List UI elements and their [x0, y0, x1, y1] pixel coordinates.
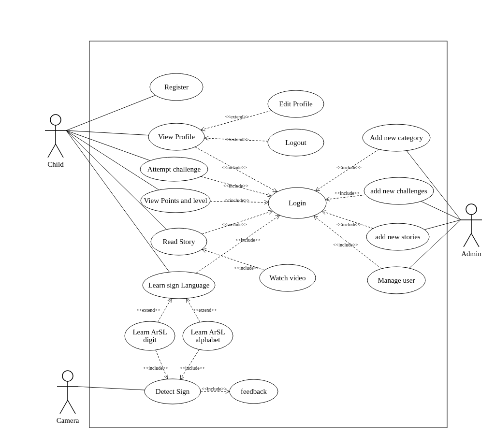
usecase-label-view_points: View Points and level [144, 197, 207, 204]
dependency-label-learn_digit-detect_sign: <<include>> [143, 365, 168, 371]
dependency-label-edit_profile-view_profile: <<extend>> [225, 114, 249, 119]
dependency-label-learn_alpha-detect_sign: <<include>> [180, 365, 205, 371]
usecase-label-watch_video: Watch video [269, 274, 306, 282]
usecase-label-add_chal: add new challenges [370, 187, 427, 195]
usecase-attempt: Attempt challenge [140, 157, 208, 181]
usecase-login: Login [268, 188, 326, 218]
association-child-register [66, 95, 156, 130]
usecase-label-attempt: Attempt challenge [147, 165, 201, 173]
usecase-label-detect_sign: Detect Sign [156, 388, 190, 395]
association-child-read_story [66, 130, 167, 230]
usecase-watch_video: Watch video [260, 264, 316, 291]
dependency-label-attempt-login: <<include>> [223, 183, 248, 188]
usecase-label-add_stories: add new stories [375, 233, 420, 241]
usecase-label-manage_user: Manage user [378, 276, 415, 284]
actor-child: Child [45, 115, 66, 168]
dependency-label-view_points-login: <<include>> [224, 198, 249, 203]
svg-line-8 [60, 400, 68, 414]
svg-point-5 [62, 371, 73, 381]
association-child-attempt [66, 130, 150, 160]
usecase-add_cat: Add new category [363, 124, 430, 151]
usecase-learn_alpha: Learn ArSLalphabet [183, 321, 233, 350]
usecase-label-register: Register [164, 83, 189, 91]
usecase-view_points: View Points and level [141, 188, 210, 213]
actor-camera: Camera [57, 371, 79, 424]
dependency-label-read_story-login: <<include>> [222, 222, 247, 227]
usecase-feedback: feedback [230, 379, 278, 404]
dependency-learn_alpha-detect_sign [180, 349, 199, 379]
svg-point-10 [466, 204, 477, 215]
association-admin-add_chal [421, 202, 461, 220]
usecase-label-learn_digit: digit [143, 336, 157, 344]
association-child-view_points [66, 130, 159, 190]
association-child-view_profile [66, 130, 148, 135]
dependency-label-add_stories-login: <<include>> [336, 222, 362, 227]
dependency-label-detect_sign-feedback: <<include>> [202, 386, 227, 391]
actor-label-camera: Camera [57, 417, 79, 424]
usecase-view_profile: View Profile [148, 123, 204, 150]
actor-label-child: Child [47, 160, 64, 168]
usecase-label-learn_alpha: Learn ArSL [190, 328, 225, 336]
usecase-manage_user: Manage user [367, 267, 425, 294]
usecase-label-login: Login [289, 199, 306, 207]
usecase-logout: Logout [268, 129, 324, 156]
dependency-label-view_profile-login: <<include>> [222, 165, 247, 170]
actor-label-admin: Admin [461, 250, 481, 258]
svg-line-4 [56, 144, 63, 158]
usecase-learn_sign: Learn sign Language [143, 272, 215, 299]
actor-admin: Admin [461, 204, 482, 258]
dependency-label-watch_video-read_story: <<include>> [234, 265, 259, 271]
usecase-add_chal: add new challenges [364, 177, 434, 204]
svg-line-9 [68, 400, 75, 414]
dependency-label-learn_alpha-learn_sign: <<extend>> [193, 307, 217, 313]
dependency-label-manage_user-login: <<include>> [333, 242, 358, 247]
usecase-label-read_story: Read Story [162, 238, 195, 246]
usecase-read_story: Read Story [151, 228, 207, 255]
dependency-label-learn_sign-login: <<include>> [235, 237, 261, 243]
svg-line-14 [471, 233, 479, 247]
dependency-edit_profile-view_profile [201, 111, 271, 130]
usecase-label-view_profile: View Profile [158, 133, 195, 141]
usecase-label-learn_sign: Learn sign Language [148, 281, 210, 289]
svg-line-13 [464, 233, 471, 247]
svg-line-3 [48, 144, 56, 158]
svg-point-0 [50, 115, 61, 125]
usecase-label-learn_alpha: alphabet [196, 336, 221, 344]
usecase-add_stories: add new stories [366, 223, 429, 250]
usecase-label-edit_profile: Edit Profile [279, 100, 313, 108]
usecase-label-add_cat: Add new category [370, 134, 423, 142]
association-camera-detect_sign [78, 387, 145, 390]
usecase-learn_digit: Learn ArSLdigit [125, 321, 175, 350]
dependency-label-logout-view_profile: <<extend>> [225, 137, 249, 142]
dependency-learn_digit-detect_sign [156, 350, 168, 379]
dependency-label-add_cat-login: <<include>> [336, 165, 362, 170]
use-case-diagram: ChildCameraAdminRegisterEdit ProfileView… [0, 0, 495, 448]
usecase-label-logout: Logout [285, 139, 306, 146]
usecase-label-feedback: feedback [241, 388, 267, 395]
dependency-label-learn_digit-learn_sign: <<extend>> [136, 307, 160, 313]
usecase-detect_sign: Detect Sign [145, 379, 201, 404]
usecase-edit_profile: Edit Profile [268, 90, 324, 117]
usecase-register: Register [150, 73, 203, 101]
dependency-label-add_chal-login: <<include>> [335, 190, 360, 196]
usecase-label-learn_digit: Learn ArSL [132, 328, 167, 336]
